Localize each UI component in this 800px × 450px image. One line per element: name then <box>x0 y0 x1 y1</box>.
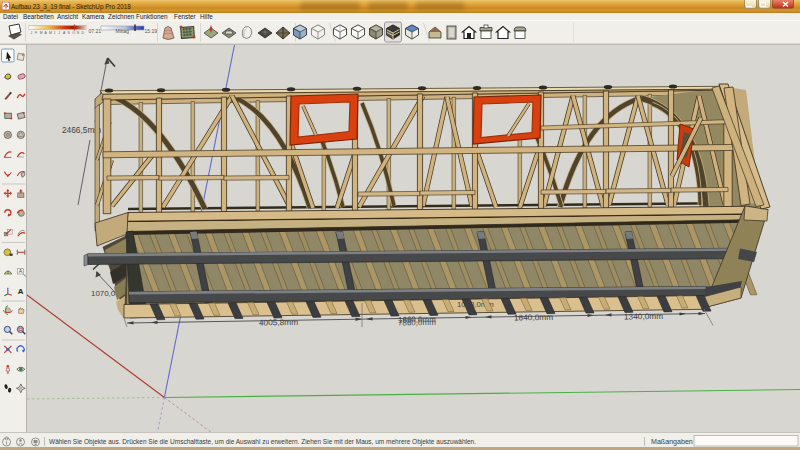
svg-text:Maßangaben: Maßangaben <box>651 438 693 446</box>
svg-text:1640,0mm: 1640,0mm <box>514 312 553 323</box>
svg-text:Wählen Sie Objekte aus. Drücke: Wählen Sie Objekte aus. Drücken Sie die … <box>49 438 476 446</box>
svg-text:7860,0mm: 7860,0mm <box>398 318 436 328</box>
svg-text:15:19: 15:19 <box>145 28 158 34</box>
svg-text:Mittag: Mittag <box>116 28 130 34</box>
svg-text:O: O <box>72 31 75 35</box>
svg-text:07:21: 07:21 <box>89 28 102 34</box>
svg-text:A: A <box>19 268 23 274</box>
svg-text:F: F <box>35 31 37 35</box>
svg-text:M: M <box>40 31 43 35</box>
svg-text:1340,0mm: 1340,0mm <box>624 311 663 322</box>
svg-text:A: A <box>18 287 24 296</box>
svg-text:M: M <box>49 31 52 35</box>
svg-text:J: J <box>58 31 60 35</box>
svg-text:J: J <box>54 31 56 35</box>
svg-text:J: J <box>31 31 33 35</box>
svg-text:4005,8mm: 4005,8mm <box>259 317 298 328</box>
